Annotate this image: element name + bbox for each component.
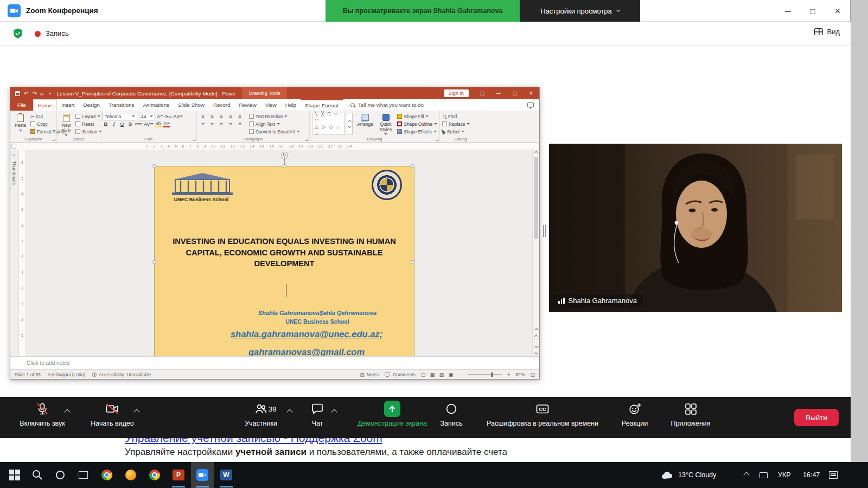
shape-fill-button[interactable]: Shape Fill <box>397 113 437 120</box>
line-spacing-icon[interactable]: ≡ <box>236 113 244 119</box>
view-settings-dropdown[interactable]: Настройки просмотра <box>520 0 640 22</box>
taskbar-browser-orange[interactable] <box>119 462 142 488</box>
slide-indicator[interactable]: Slide 1 of 53 <box>15 372 41 377</box>
save-icon[interactable] <box>15 91 20 96</box>
taskbar-powerpoint[interactable]: P <box>167 462 190 488</box>
qat-customize-caret-icon[interactable] <box>48 93 52 94</box>
paste-button[interactable]: Paste <box>12 113 28 132</box>
drawing-dialog-launcher-icon[interactable] <box>436 138 438 141</box>
next-slide-icon2[interactable] <box>533 351 539 354</box>
select-button[interactable]: Select <box>442 128 470 135</box>
slide-email-link-2[interactable]: gahramanovas@gmail.com <box>187 347 426 356</box>
close-button[interactable]: × <box>825 0 850 22</box>
undo-icon[interactable]: ↶ <box>24 91 28 97</box>
columns-icon[interactable]: ≡ <box>236 121 244 127</box>
reset-button[interactable]: Reset <box>75 120 102 127</box>
participants-caret-icon[interactable] <box>286 409 292 415</box>
increase-indent-icon[interactable]: ≡ <box>227 113 234 119</box>
record-button[interactable]: Запись <box>431 401 472 434</box>
font-size-combobox[interactable]: 44 <box>139 113 155 120</box>
tab-design[interactable]: Design <box>79 99 104 111</box>
section-button[interactable]: Section <box>75 128 102 135</box>
taskbar-chrome-1[interactable] <box>95 462 118 488</box>
cortana-button[interactable] <box>49 462 72 488</box>
vertical-scrollbar[interactable] <box>532 150 539 356</box>
ppt-ribbon-options-icon[interactable]: □ <box>474 87 490 99</box>
audio-options-caret-icon[interactable] <box>64 409 70 415</box>
tell-me-box[interactable]: Tell me what you want to do <box>350 99 424 111</box>
slide-canvas[interactable]: UNEC Business School INVESTING IN EDUCAT… <box>26 150 532 356</box>
tab-animations[interactable]: Animations <box>139 99 174 111</box>
expand-thumbnails-icon[interactable]: » <box>12 153 15 158</box>
tab-insert[interactable]: Insert <box>57 99 79 111</box>
tab-home[interactable]: Home <box>33 99 57 111</box>
tab-file[interactable]: File <box>10 99 33 111</box>
find-button[interactable]: Find <box>442 113 470 120</box>
selection-handle-middle-left[interactable] <box>152 260 156 264</box>
accessibility-status[interactable]: Accessibility: Unavailable <box>92 372 151 377</box>
start-button[interactable] <box>3 462 26 488</box>
view-layout-button[interactable]: Вид <box>814 28 840 36</box>
slideshow-icon[interactable]: ▻ <box>41 91 45 97</box>
bullets-icon[interactable]: ≡ <box>199 113 207 119</box>
align-right-icon[interactable]: ≡ <box>218 121 225 127</box>
clock[interactable]: 16:47 <box>803 462 820 488</box>
weather-widget[interactable]: 13°C Cloudy <box>661 462 716 488</box>
align-center-icon[interactable]: ≡ <box>208 121 216 127</box>
unmute-button[interactable]: Включить звук <box>10 401 75 434</box>
view-switcher-icons[interactable]: ▢ ▦ ▥ ▣ <box>421 372 455 377</box>
tray-device-button[interactable] <box>760 462 768 488</box>
replace-button[interactable]: Replace <box>442 120 470 127</box>
selection-handle-top-middle[interactable] <box>283 164 286 168</box>
tab-record[interactable]: Record <box>209 99 235 111</box>
align-text-button[interactable]: Align Text <box>249 120 300 127</box>
convert-smartart-button[interactable]: Convert to SmartArt <box>249 128 300 135</box>
new-slide-button[interactable]: New Slide <box>59 113 73 137</box>
slide-title[interactable]: INVESTING IN EDUCATION EQUALS INVESTING … <box>158 236 411 269</box>
live-transcription-button[interactable]: CC Расшифровка в реальном времени <box>475 401 610 434</box>
zoom-out-button[interactable]: − <box>460 372 463 377</box>
grow-font-button[interactable]: A <box>157 113 163 120</box>
action-center-button[interactable] <box>829 462 838 488</box>
zoom-slider[interactable] <box>468 374 502 375</box>
apps-button[interactable]: Приложения <box>661 401 720 434</box>
slide-email-link-1[interactable]: shahla.gahramanova@unec.edu.az; <box>187 329 426 339</box>
slide[interactable]: UNEC Business School INVESTING IN EDUCAT… <box>154 166 414 356</box>
comments-toggle-button[interactable]: Comments <box>384 372 416 377</box>
highlight-color-button[interactable]: ab <box>155 120 162 127</box>
language-indicator[interactable]: Azerbaijani (Latin) <box>48 372 85 377</box>
share-screen-button[interactable]: Демонстрация экрана <box>341 401 444 434</box>
text-shadow-button[interactable]: S <box>127 120 133 127</box>
rotation-handle[interactable]: ↻ <box>281 152 288 159</box>
slide-author[interactable]: Shahla GahramanovaŞəhla Qəhrəmanova <box>225 310 410 316</box>
selection-handle-top-left[interactable] <box>152 164 156 168</box>
taskbar-search-button[interactable] <box>26 462 49 488</box>
strikethrough-button[interactable]: abc <box>135 120 142 127</box>
font-color-button[interactable]: A <box>163 120 170 127</box>
italic-button[interactable]: I <box>111 120 117 127</box>
clipboard-dialog-launcher-icon[interactable] <box>53 138 55 141</box>
fit-to-window-icon[interactable]: ◱ <box>530 372 535 377</box>
ppt-sign-in-button[interactable]: Sign in <box>444 89 469 97</box>
task-view-button[interactable] <box>72 462 94 488</box>
notes-toggle-button[interactable]: ▤Notes <box>360 372 379 377</box>
scroll-up-icon[interactable] <box>533 151 539 154</box>
scrollbar-thumb[interactable] <box>534 157 538 239</box>
next-slide-icon[interactable] <box>533 345 539 348</box>
text-direction-button[interactable]: Text Direction <box>249 113 300 120</box>
layout-button[interactable]: Layout <box>75 113 102 120</box>
shapes-gallery-scroll[interactable] <box>347 113 353 134</box>
shrink-font-button[interactable]: A <box>165 113 171 120</box>
selection-handle-top-right[interactable] <box>411 164 414 168</box>
leave-button[interactable]: Выйти <box>794 409 839 426</box>
language-indicator[interactable]: УКР <box>778 462 791 488</box>
notes-pane[interactable]: Click to add notes <box>10 356 539 369</box>
bold-button[interactable]: B <box>103 120 109 127</box>
taskbar-word[interactable]: W <box>215 462 238 488</box>
security-shield-icon[interactable] <box>12 27 24 40</box>
redo-icon[interactable]: ↷ <box>32 91 36 97</box>
tab-view[interactable]: View <box>261 99 281 111</box>
ppt-restore-button[interactable]: □ <box>507 87 523 99</box>
arrange-button[interactable]: Arrange <box>355 113 375 129</box>
selection-handle-middle-right[interactable] <box>411 260 414 264</box>
